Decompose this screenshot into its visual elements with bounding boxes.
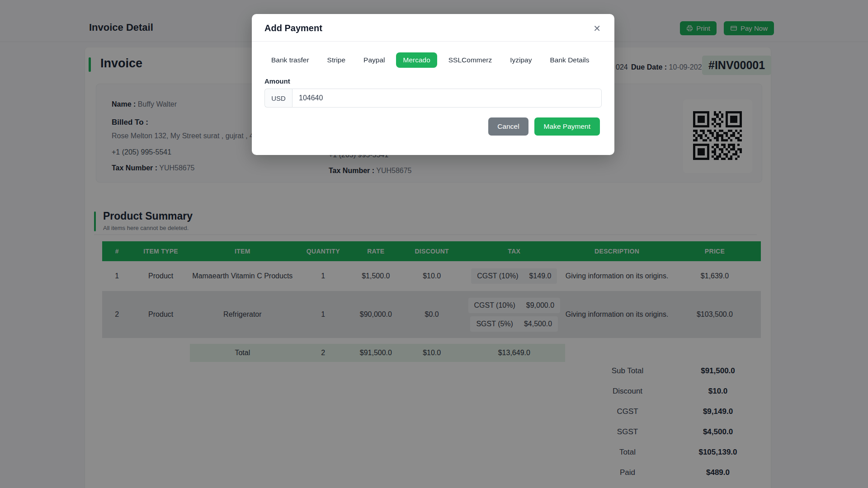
tab-bank-details[interactable]: Bank Details: [543, 52, 596, 68]
add-payment-modal: Add Payment ✕ Bank trasfer Stripe Paypal…: [252, 14, 614, 155]
tab-bank-transfer[interactable]: Bank trasfer: [264, 52, 316, 68]
modal-title: Add Payment: [264, 23, 602, 33]
currency-prefix: USD: [264, 89, 292, 108]
cancel-button[interactable]: Cancel: [488, 117, 528, 136]
amount-label: Amount: [264, 77, 602, 85]
amount-input[interactable]: [292, 89, 602, 108]
tab-stripe[interactable]: Stripe: [321, 52, 353, 68]
payment-method-tabs: Bank trasfer Stripe Paypal Mercado SSLCo…: [264, 52, 602, 68]
tab-iyzipay[interactable]: Iyzipay: [503, 52, 538, 68]
amount-input-group: USD: [264, 89, 602, 108]
close-icon[interactable]: ✕: [590, 21, 604, 36]
tab-paypal[interactable]: Paypal: [357, 52, 392, 68]
tab-mercado[interactable]: Mercado: [396, 52, 437, 68]
modal-header: Add Payment ✕: [252, 14, 614, 42]
modal-body: Bank trasfer Stripe Paypal Mercado SSLCo…: [252, 42, 614, 108]
tab-sslcommerz[interactable]: SSLCommerz: [442, 52, 499, 68]
modal-footer: Cancel Make Payment: [252, 108, 614, 136]
make-payment-button[interactable]: Make Payment: [534, 117, 600, 136]
